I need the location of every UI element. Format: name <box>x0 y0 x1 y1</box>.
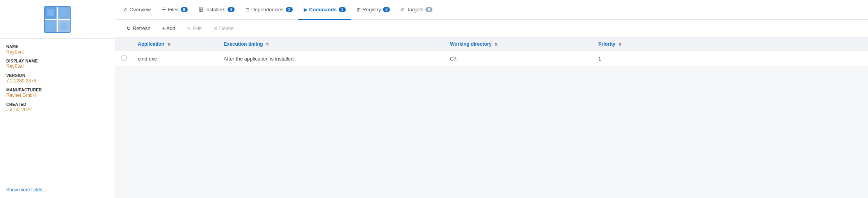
col-header-priority[interactable]: Priority ⇅ <box>593 37 868 51</box>
show-more-fields-link[interactable]: Show more fields... <box>0 187 115 198</box>
edit-icon: ✎ <box>187 26 191 31</box>
created-value: Jul 14, 2022 <box>6 107 108 112</box>
delete-icon: ✕ <box>213 26 217 31</box>
version-value: 7.2.2280.2378 <box>6 78 108 84</box>
tab-targets[interactable]: ⊙Targets0 <box>395 0 438 20</box>
tab-files[interactable]: ☰Files9 <box>156 0 193 20</box>
tab-overview[interactable]: ⊙Overview <box>118 0 156 20</box>
tab-label-targets: Targets <box>407 7 423 12</box>
table-container: Application ⇅ Execution timing ⇅ Working… <box>115 37 868 198</box>
tab-badge-dependencies: 1 <box>286 7 293 12</box>
delete-button[interactable]: ✕ Delete <box>208 23 239 33</box>
svg-rect-4 <box>47 9 54 16</box>
toolbar: ↻ Refresh + Add ✎ Edit ✕ Delete <box>115 20 868 37</box>
tab-dependencies[interactable]: ⊟Dependencies1 <box>240 0 298 20</box>
row-cell-timing: After the application is installed <box>218 51 445 66</box>
row-checkbox[interactable] <box>121 55 127 61</box>
sidebar: NAME RayEval DISPLAY NAME RayEval VERSIO… <box>0 0 115 198</box>
tab-badge-installers: 4 <box>228 7 235 12</box>
app-logo-icon <box>43 5 71 34</box>
svg-rect-5 <box>60 9 68 16</box>
tab-label-dependencies: Dependencies <box>251 7 284 12</box>
main-content: ⊙Overview☰Files9🗄Installers4⊟Dependencie… <box>115 0 868 198</box>
delete-label: Delete <box>219 25 234 31</box>
row-cell-workdir: C:\ <box>445 51 593 66</box>
tab-icon-registry: ⊞ <box>357 7 361 12</box>
col-header-workdir[interactable]: Working directory ⇅ <box>445 37 593 51</box>
tab-installers[interactable]: 🗄Installers4 <box>193 0 240 20</box>
commands-table: Application ⇅ Execution timing ⇅ Working… <box>115 37 868 66</box>
tab-icon-targets: ⊙ <box>401 7 405 12</box>
tab-icon-files: ☰ <box>162 7 166 12</box>
tab-badge-files: 9 <box>181 7 188 12</box>
svg-rect-6 <box>47 23 54 30</box>
add-button[interactable]: + Add <box>157 23 181 33</box>
tab-label-overview: Overview <box>130 7 151 12</box>
manufacturer-value: Raynet GmbH <box>6 93 108 98</box>
tab-label-commands: Commands <box>309 7 337 12</box>
created-label: CREATED <box>6 102 108 107</box>
tab-icon-installers: 🗄 <box>199 7 203 12</box>
tab-badge-registry: 8 <box>383 7 390 12</box>
col-header-timing[interactable]: Execution timing ⇅ <box>218 37 445 51</box>
svg-rect-7 <box>60 23 68 30</box>
display-name-label: DISPLAY NAME <box>6 59 108 63</box>
tab-label-installers: Installers <box>205 7 226 12</box>
refresh-button[interactable]: ↻ Refresh <box>121 23 156 33</box>
tab-badge-commands: 1 <box>339 7 346 12</box>
add-label: + Add <box>162 25 176 31</box>
sort-icon-priority: ⇅ <box>618 42 621 46</box>
tab-icon-overview: ⊙ <box>124 7 128 12</box>
app-logo-container <box>0 0 115 39</box>
edit-button[interactable]: ✎ Edit <box>182 23 206 33</box>
name-value: RayEval <box>6 49 108 55</box>
sort-icon-timing: ⇅ <box>266 42 269 46</box>
row-cell-priority: 1 <box>593 51 868 66</box>
tab-commands[interactable]: ▶Commands1 <box>298 0 351 20</box>
sort-icon-workdir: ⇅ <box>494 42 498 46</box>
refresh-label: Refresh <box>133 25 151 31</box>
manufacturer-label: MANUFACTURER <box>6 87 108 92</box>
table-header-row: Application ⇅ Execution timing ⇅ Working… <box>115 37 868 51</box>
name-label: NAME <box>6 44 108 49</box>
tab-badge-targets: 0 <box>425 7 432 12</box>
tabs-bar: ⊙Overview☰Files9🗄Installers4⊟Dependencie… <box>115 0 868 20</box>
display-name-value: RayEval <box>6 64 108 69</box>
table-row[interactable]: cmd.exeAfter the application is installe… <box>115 51 868 66</box>
row-checkbox-cell <box>115 51 132 66</box>
tab-label-registry: Registry <box>363 7 381 12</box>
col-header-application[interactable]: Application ⇅ <box>132 37 218 51</box>
sidebar-info: NAME RayEval DISPLAY NAME RayEval VERSIO… <box>0 39 115 187</box>
tab-icon-commands: ▶ <box>304 7 307 12</box>
tab-icon-dependencies: ⊟ <box>245 7 249 12</box>
col-header-checkbox <box>115 37 132 51</box>
sort-icon-application: ⇅ <box>167 42 171 46</box>
refresh-icon: ↻ <box>126 25 131 31</box>
edit-label: Edit <box>193 25 201 31</box>
tab-registry[interactable]: ⊞Registry8 <box>351 0 396 20</box>
row-cell-application: cmd.exe <box>132 51 218 66</box>
version-label: VERSION <box>6 73 108 78</box>
tab-label-files: Files <box>168 7 178 12</box>
